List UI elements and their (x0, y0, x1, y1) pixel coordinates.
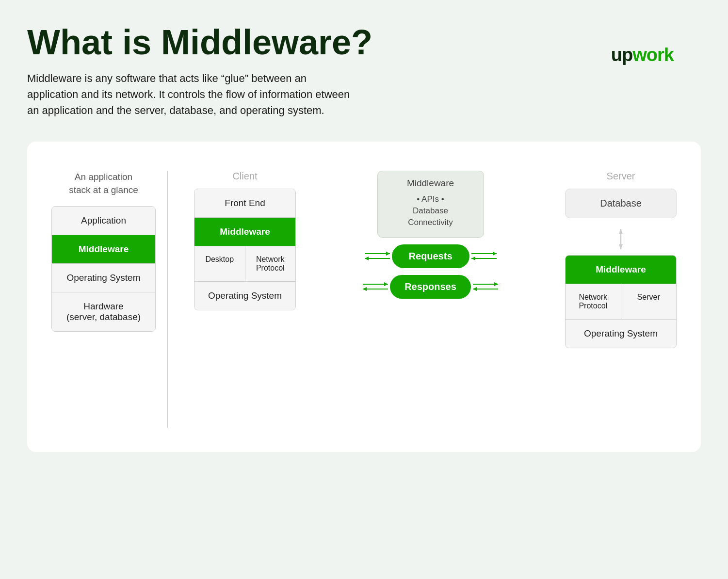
app-stack-hardware: Hardware (server, database) (52, 292, 155, 331)
client-column: Client Front End Middleware Desktop Netw… (194, 171, 296, 428)
app-stack-middleware: Middleware (52, 235, 155, 264)
app-stack-application: Application (52, 207, 155, 235)
svg-marker-1 (386, 252, 390, 256)
client-desktop: Desktop (194, 246, 245, 281)
svg-marker-17 (619, 244, 623, 249)
diagram-container: An application stack at a glance Applica… (27, 142, 701, 452)
server-network-protocol: Network Protocol (566, 284, 621, 319)
client-network-protocol: Network Protocol (245, 246, 296, 281)
main-diagram: An application stack at a glance Applica… (51, 171, 677, 428)
server-os: Operating System (566, 320, 676, 348)
client-cards: Front End Middleware Desktop Network Pro… (194, 189, 296, 310)
server-db-arrows (614, 227, 628, 251)
svg-marker-15 (473, 287, 477, 291)
server-mw-stack: Middleware Network Protocol Server Opera… (565, 255, 677, 348)
mw-panel-title: Middleware (407, 178, 454, 189)
server-label: Server (607, 171, 635, 182)
page-subtitle: Middleware is any software that acts lik… (27, 70, 357, 118)
middleware-center-column: Middleware • APIs • Database Connectivit… (302, 171, 559, 428)
client-frontend: Front End (194, 189, 295, 218)
app-stack-os: Operating System (52, 264, 155, 292)
spacer1 (174, 171, 188, 428)
responses-left-arrows (361, 279, 390, 294)
app-stack-cards: Application Middleware Operating System … (51, 206, 156, 332)
svg-marker-13 (494, 282, 498, 286)
server-server: Server (621, 284, 677, 319)
requests-right-arrows (469, 249, 499, 263)
responses-row: Responses (306, 275, 555, 299)
requests-pill: Requests (392, 244, 469, 268)
responses-pill: Responses (390, 275, 471, 299)
mw-panel-desc: • APIs • Database Connectivity (408, 193, 453, 228)
svg-marker-5 (493, 252, 497, 256)
page-title: What is Middleware? (27, 23, 701, 62)
app-stack-column: An application stack at a glance Applica… (51, 171, 168, 428)
server-network-row: Network Protocol Server (566, 284, 676, 320)
client-os: Operating System (194, 282, 295, 310)
svg-marker-9 (384, 282, 388, 286)
server-vert-arrows (614, 227, 628, 251)
flow-arrows: Requests (306, 244, 555, 299)
client-label: Client (232, 171, 257, 182)
server-database: Database (565, 189, 677, 218)
svg-marker-18 (619, 229, 623, 234)
requests-row: Requests (306, 244, 555, 268)
client-desktop-row: Desktop Network Protocol (194, 246, 295, 282)
requests-left-arrows (363, 249, 392, 263)
server-middleware: Middleware (566, 256, 676, 284)
svg-marker-11 (363, 287, 367, 291)
client-middleware: Middleware (194, 218, 295, 246)
stack-label: An application stack at a glance (69, 171, 138, 196)
upwork-logo: upwork (611, 45, 674, 65)
svg-marker-3 (365, 257, 369, 260)
svg-marker-7 (471, 257, 475, 260)
responses-right-arrows (471, 279, 500, 294)
middleware-panel: Middleware • APIs • Database Connectivit… (377, 171, 484, 237)
server-column: Server Database Middleware (565, 171, 677, 428)
